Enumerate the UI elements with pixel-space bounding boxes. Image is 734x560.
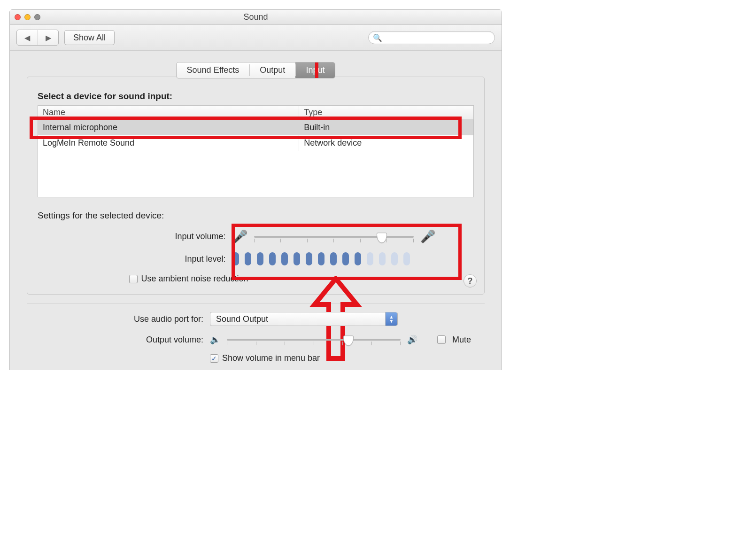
back-button[interactable]: ◀ bbox=[17, 30, 38, 45]
input-volume-slider[interactable] bbox=[254, 232, 414, 241]
output-volume-label: Output volume: bbox=[27, 335, 210, 345]
column-header-type[interactable]: Type bbox=[299, 106, 473, 119]
window-title: Sound bbox=[10, 12, 502, 22]
tab-group: Sound Effects Output Input bbox=[176, 62, 336, 78]
speaker-high-icon: 🔊 bbox=[407, 334, 417, 345]
tab-output[interactable]: Output bbox=[249, 62, 295, 78]
settings-label: Settings for the selected device: bbox=[38, 210, 474, 221]
input-level-meter bbox=[232, 252, 410, 265]
speaker-low-icon: 🔈 bbox=[210, 334, 220, 345]
device-name: Internal microphone bbox=[38, 120, 299, 135]
mute-label: Mute bbox=[452, 335, 471, 345]
table-row[interactable]: Internal microphone Built-in bbox=[38, 120, 473, 135]
show-volume-menubar-checkbox[interactable]: ✓ bbox=[210, 354, 218, 363]
show-volume-menubar-label: Show volume in menu bar bbox=[222, 353, 320, 363]
device-name: LogMeIn Remote Sound bbox=[38, 135, 299, 151]
column-header-name[interactable]: Name bbox=[38, 106, 299, 119]
sound-preferences-window: Sound ◀ ▶ Show All 🔍 Sound Effects Outpu… bbox=[9, 9, 502, 370]
section-title: Select a device for sound input: bbox=[38, 91, 474, 101]
audio-port-value: Sound Output bbox=[216, 314, 268, 324]
input-panel: Select a device for sound input: Name Ty… bbox=[27, 77, 485, 295]
ambient-noise-checkbox[interactable] bbox=[129, 275, 138, 283]
input-level-label: Input level: bbox=[45, 254, 232, 264]
show-all-button[interactable]: Show All bbox=[64, 30, 115, 45]
microphone-high-icon: 🎤 bbox=[420, 229, 435, 244]
audio-port-select[interactable]: Sound Output ▲▼ bbox=[210, 312, 398, 326]
search-input[interactable] bbox=[368, 31, 495, 44]
tab-sound-effects[interactable]: Sound Effects bbox=[177, 62, 250, 78]
input-volume-label: Input volume: bbox=[45, 232, 232, 241]
output-volume-slider[interactable] bbox=[227, 335, 401, 344]
device-table: Name Type Internal microphone Built-in L… bbox=[38, 105, 474, 197]
tab-input[interactable]: Input bbox=[295, 62, 335, 78]
microphone-low-icon: 🎤 bbox=[232, 229, 247, 244]
help-button[interactable]: ? bbox=[464, 274, 477, 288]
toolbar: ◀ ▶ Show All 🔍 bbox=[10, 25, 502, 51]
stepper-arrows-icon: ▲▼ bbox=[385, 312, 397, 326]
device-type: Network device bbox=[299, 135, 473, 151]
forward-button[interactable]: ▶ bbox=[38, 30, 58, 45]
titlebar: Sound bbox=[10, 10, 502, 25]
device-type: Built-in bbox=[299, 120, 473, 135]
mute-checkbox[interactable] bbox=[437, 335, 446, 344]
audio-port-label: Use audio port for: bbox=[27, 314, 210, 324]
table-row[interactable]: LogMeIn Remote Sound Network device bbox=[38, 135, 473, 151]
ambient-noise-label: Use ambient noise reduction bbox=[141, 274, 248, 284]
